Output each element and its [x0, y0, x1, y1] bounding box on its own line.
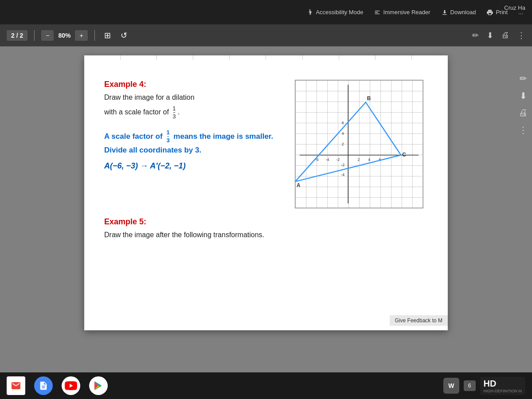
main-area: Example 4: Draw the image for a dilation…: [0, 47, 532, 372]
svg-rect-2: [295, 80, 423, 208]
download-small-icon[interactable]: ⬇: [487, 31, 493, 40]
svg-text:-4: -4: [326, 157, 329, 162]
blue-instructions: A scale factor of 1 3 means the image is…: [104, 129, 282, 171]
taskbar: W 6 HD HIGH-DEFINITION M: [0, 372, 532, 399]
youtube-icon-btn[interactable]: [62, 376, 80, 395]
fraction-display: 1 3: [172, 105, 176, 120]
coordinate-grid: -2 -4 -6 2 4 6 2 4 6 -2 -4: [295, 80, 423, 208]
accessibility-label: Accessibility Mode: [316, 9, 363, 16]
blue-line1: A scale factor of 1 3 means the image is…: [104, 129, 282, 144]
feedback-bar[interactable]: Give Feedback to M: [390, 315, 448, 326]
blue-frac-den: 3: [166, 137, 169, 144]
example5-section: Example 5: Draw the image after the foll…: [104, 217, 428, 241]
svg-text:4: 4: [342, 131, 344, 136]
hd-sub: HIGH-DEFINITION M: [484, 389, 522, 393]
label-B: B: [367, 95, 371, 102]
playstore-icon: [93, 380, 104, 391]
svg-text:2: 2: [358, 157, 360, 162]
accessibility-icon: [306, 9, 313, 16]
gmail-icon-btn[interactable]: [7, 376, 25, 395]
docs-icon-btn[interactable]: [34, 376, 53, 395]
more-panel-icon[interactable]: ⋮: [519, 125, 528, 135]
svg-text:-2: -2: [341, 163, 344, 167]
frac-denominator: 3: [172, 113, 176, 120]
label-A: A: [297, 182, 301, 188]
top-bar: Cruz Ha Accessibility Mode Immersive Rea…: [0, 0, 532, 24]
example4-line2: with a scale factor of 1 3 .: [104, 105, 282, 120]
feedback-text: Give Feedback to M: [395, 317, 442, 324]
example5-line1: Draw the image after the following trans…: [104, 229, 428, 241]
svg-text:4: 4: [368, 157, 370, 162]
example4-heading: Example 4:: [104, 80, 282, 89]
zoom-in-button[interactable]: +: [75, 30, 87, 41]
label-C: C: [402, 152, 406, 158]
immersive-reader-btn[interactable]: Immersive Reader: [374, 9, 430, 16]
download-icon: [441, 9, 448, 16]
svg-text:-2: -2: [336, 157, 340, 162]
toolbar: 2 / 2 − 80% + ⊞ ↺ ✏ ⬇ 🖨 ⋮: [0, 24, 532, 47]
hd-label: HD: [484, 379, 497, 388]
svg-text:6: 6: [342, 121, 344, 125]
rotate-icon[interactable]: ↺: [118, 29, 130, 42]
zoom-out-button[interactable]: −: [41, 30, 54, 41]
example5-heading: Example 5:: [104, 217, 428, 227]
example4-section: Example 4: Draw the image for a dilation…: [104, 80, 428, 208]
example4-text: Example 4: Draw the image for a dilation…: [104, 80, 282, 175]
immersive-reader-icon: [374, 9, 381, 16]
example4-line1: Draw the image for a dilation: [104, 92, 282, 103]
frac-numerator: 1: [172, 105, 176, 112]
svg-text:2: 2: [342, 142, 344, 146]
playstore-icon-btn[interactable]: [89, 376, 108, 395]
edit-panel-icon[interactable]: ✏: [520, 73, 527, 84]
print-panel-icon[interactable]: 🖨: [519, 108, 528, 118]
print-small-icon[interactable]: 🖨: [501, 31, 509, 40]
download-btn[interactable]: Download: [441, 9, 476, 16]
coordinate-grid-container: -2 -4 -6 2 4 6 2 4 6 -2 -4: [295, 80, 428, 208]
zoom-level: 80%: [58, 32, 70, 39]
page-indicator: 2 / 2: [7, 30, 27, 41]
blue-fraction: 1 3: [166, 129, 169, 144]
page-total: 2: [20, 32, 23, 39]
edit-icon[interactable]: ✏: [472, 31, 479, 40]
blue-frac-num: 1: [166, 129, 169, 136]
toolbar-separator-1: [34, 30, 35, 41]
taskbar-right: W 6 HD HIGH-DEFINITION M: [443, 377, 525, 395]
page-current: 2: [11, 32, 15, 39]
w-badge: W: [443, 378, 459, 394]
more-vert-icon[interactable]: ⋮: [517, 31, 525, 40]
immersive-reader-label: Immersive Reader: [383, 9, 430, 16]
accessibility-mode-btn[interactable]: Accessibility Mode: [306, 9, 363, 16]
svg-text:-4: -4: [341, 172, 344, 177]
blue-equation: A(−6, −3) → A′(−2, −1): [104, 161, 282, 171]
number-badge: 6: [464, 380, 476, 391]
gmail-icon: [11, 380, 21, 391]
document-page: Example 4: Draw the image for a dilation…: [84, 55, 448, 330]
toolbar-separator-2: [94, 30, 95, 41]
fit-page-icon[interactable]: ⊞: [102, 29, 113, 42]
download-label: Download: [450, 9, 476, 16]
grid-svg: -2 -4 -6 2 4 6 2 4 6 -2 -4: [295, 80, 423, 208]
hd-badge: HD HIGH-DEFINITION M: [480, 377, 526, 395]
youtube-icon: [65, 381, 77, 390]
frac-line: [173, 112, 175, 113]
ruler-top: [84, 55, 448, 60]
blue-line2: Divide all coordinates by 3.: [104, 144, 282, 157]
print-icon: [486, 9, 493, 16]
download-panel-icon[interactable]: ⬇: [520, 90, 527, 101]
toolbar-right-icons: ✏ ⬇ 🖨 ⋮: [472, 31, 525, 40]
right-panel-icons: ✏ ⬇ 🖨 ⋮: [519, 73, 528, 135]
user-label: Cruz Ha: [504, 4, 525, 11]
docs-icon: [39, 381, 48, 391]
blue-frac-line: [167, 136, 168, 137]
